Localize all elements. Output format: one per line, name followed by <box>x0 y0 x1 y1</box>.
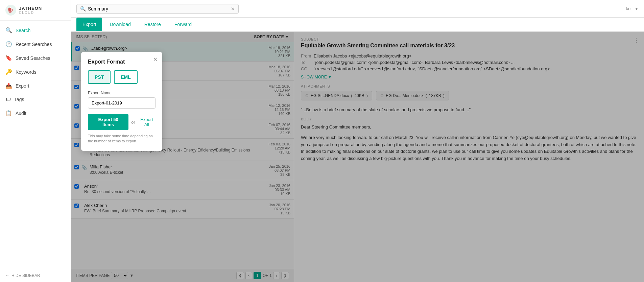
modal-close-button[interactable]: ✕ <box>153 56 158 63</box>
audit-icon: 📋 <box>5 110 12 116</box>
topbar: 🔍 ✕ ko ▼ <box>71 0 644 18</box>
sidebar-item-search-label: Search <box>16 28 30 33</box>
modal-title: Export Format <box>88 59 156 65</box>
sidebar-item-saved[interactable]: 🔖 Saved Searches <box>0 51 71 65</box>
sidebar-item-tags[interactable]: 🏷 Tags <box>0 93 71 106</box>
key-icon: 🔑 <box>5 69 12 75</box>
sidebar-item-audit[interactable]: 📋 Audit <box>0 106 71 120</box>
sidebar-item-export[interactable]: 📤 Export <box>0 79 71 93</box>
or-label: or <box>131 120 135 125</box>
sidebar-item-keywords[interactable]: 🔑 Keywords <box>0 65 71 79</box>
clock-icon: 🕐 <box>5 41 12 47</box>
content-area: IMS SELECTED) SORT BY DATE ▼ 📎 ...tableg… <box>71 32 644 282</box>
clear-search-button[interactable]: ✕ <box>231 6 235 11</box>
format-eml-button[interactable]: EML <box>114 70 138 84</box>
logo-name: JATHEON <box>19 6 42 11</box>
export-icon: 📤 <box>5 83 12 89</box>
bookmark-icon: 🔖 <box>5 55 12 61</box>
export-format-modal: Export Format ✕ PST EML Export Name Expo… <box>81 52 162 151</box>
sidebar-nav: 🔍 Search 🕐 Recent Searches 🔖 Saved Searc… <box>0 21 71 269</box>
sidebar-item-search[interactable]: 🔍 Search <box>0 23 71 37</box>
main-content: 🔍 ✕ ko ▼ Export Download Restore Forward… <box>71 0 644 282</box>
export-all-button[interactable]: Export All <box>138 117 156 127</box>
sidebar-item-export-label: Export <box>16 83 29 89</box>
tab-restore[interactable]: Restore <box>138 18 167 31</box>
jatheon-logo-icon <box>5 4 17 16</box>
sidebar-logo: JATHEON CLOUD <box>0 0 71 21</box>
tab-bar: Export Download Restore Forward <box>71 18 644 32</box>
arrow-left-icon: ← <box>5 273 9 278</box>
search-icon-topbar: 🔍 <box>80 6 86 11</box>
export-name-input[interactable] <box>88 97 156 109</box>
export-items-button[interactable]: Export 50 Items <box>88 114 128 130</box>
tab-export[interactable]: Export <box>76 18 102 31</box>
user-label: ko <box>626 6 630 11</box>
sidebar-item-recent[interactable]: 🕐 Recent Searches <box>0 37 71 51</box>
tab-download[interactable]: Download <box>103 18 137 31</box>
user-chevron-icon[interactable]: ▼ <box>635 6 639 11</box>
modal-actions: Export 50 Items or Export All <box>88 114 156 130</box>
format-pst-button[interactable]: PST <box>88 70 111 84</box>
sidebar-item-recent-label: Recent Searches <box>16 42 52 47</box>
hide-sidebar-label: HIDE SIDEBAR <box>11 273 40 278</box>
sidebar-item-audit-label: Audit <box>16 111 26 116</box>
sidebar: JATHEON CLOUD 🔍 Search 🕐 Recent Searches… <box>0 0 71 282</box>
search-icon: 🔍 <box>5 27 12 33</box>
search-box[interactable]: 🔍 ✕ <box>76 4 239 14</box>
tag-icon: 🏷 <box>5 96 11 102</box>
modal-overlay: Export Format ✕ PST EML Export Name Expo… <box>71 32 644 282</box>
modal-note: This may take some time depending on the… <box>88 134 156 144</box>
hide-sidebar-button[interactable]: ← HIDE SIDEBAR <box>0 269 71 282</box>
format-options: PST EML <box>88 70 156 84</box>
search-input[interactable] <box>88 6 229 11</box>
tab-forward[interactable]: Forward <box>168 18 198 31</box>
export-name-label: Export Name <box>88 91 156 95</box>
logo-sub: CLOUD <box>19 11 42 15</box>
sidebar-item-saved-label: Saved Searches <box>16 55 50 61</box>
sidebar-item-keywords-label: Keywords <box>16 69 36 75</box>
sidebar-item-tags-label: Tags <box>14 97 24 102</box>
